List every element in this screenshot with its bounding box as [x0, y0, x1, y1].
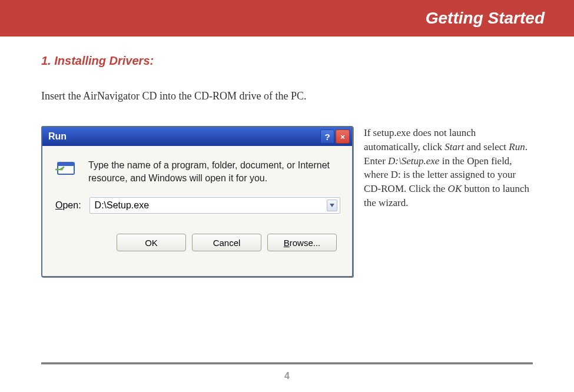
page-content: 1. Installing Drivers: Insert the AirNav…	[0, 36, 574, 277]
dropdown-arrow-icon[interactable]	[327, 200, 337, 211]
figure-row: Run ? ×	[41, 126, 533, 277]
open-value: D:\Setup.exe	[95, 200, 327, 211]
section-heading: 1. Installing Drivers:	[41, 54, 533, 68]
ok-button[interactable]: OK	[117, 234, 186, 251]
run-title-text: Run	[48, 131, 320, 142]
run-dialog-body: Type the name of a program, folder, docu…	[42, 146, 352, 276]
cancel-button[interactable]: Cancel	[192, 234, 261, 251]
run-titlebar: Run ? ×	[42, 127, 352, 146]
header-title: Getting Started	[426, 9, 545, 28]
help-button[interactable]: ?	[320, 129, 334, 144]
intro-text: Insert the AirNavigator CD into the CD-R…	[41, 90, 533, 102]
open-label: Open:	[55, 200, 81, 211]
page-number: 4	[0, 371, 574, 381]
browse-button[interactable]: Browse...	[267, 234, 337, 251]
svg-rect-1	[58, 162, 74, 166]
run-icon	[55, 160, 79, 179]
close-button[interactable]: ×	[336, 129, 350, 144]
footer-rule	[41, 363, 533, 365]
header-bar: Getting Started	[0, 0, 574, 36]
close-icon: ×	[340, 132, 345, 141]
side-description: If setup.exe does not launch automatical…	[364, 126, 533, 210]
dialog-button-row: OK Cancel Browse...	[55, 234, 340, 251]
open-combobox[interactable]: D:\Setup.exe	[89, 197, 340, 214]
help-icon: ?	[324, 132, 330, 142]
run-dialog: Run ? ×	[41, 126, 353, 277]
run-message: Type the name of a program, folder, docu…	[88, 159, 340, 184]
